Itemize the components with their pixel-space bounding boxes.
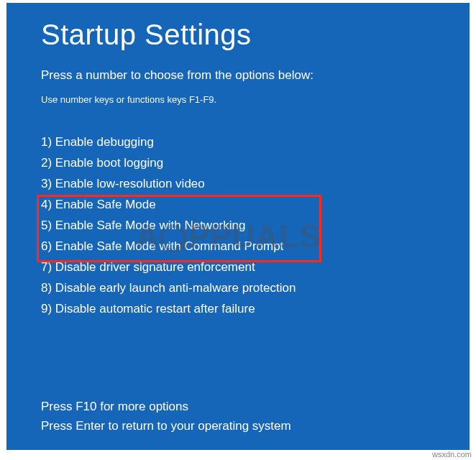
option-number: 7: [41, 260, 47, 274]
option-number: 6: [41, 239, 47, 253]
option-number: 8: [41, 281, 47, 295]
footer-return: Press Enter to return to your operating …: [41, 417, 291, 436]
footer-more-options: Press F10 for more options: [41, 397, 291, 416]
option-label: Enable Safe Mode with Networking: [55, 218, 246, 232]
option-6[interactable]: 6) Enable Safe Mode with Command Prompt: [41, 236, 470, 257]
option-label: Enable low-resolution video: [55, 177, 205, 190]
option-label: Enable Safe Mode with Command Prompt: [55, 239, 284, 253]
option-7[interactable]: 7) Disable driver signature enforcement: [41, 257, 470, 278]
option-label: Enable boot logging: [55, 156, 163, 170]
option-9[interactable]: 9) Disable automatic restart after failu…: [41, 299, 470, 320]
option-number: 1: [41, 135, 47, 149]
option-number: 9: [41, 302, 47, 316]
option-number: 2: [41, 156, 47, 170]
option-number: 3: [41, 177, 47, 190]
option-5[interactable]: 5) Enable Safe Mode with Networking: [41, 216, 470, 236]
option-1[interactable]: 1) Enable debugging: [41, 132, 470, 153]
option-2[interactable]: 2) Enable boot logging: [41, 153, 470, 174]
option-number: 4: [41, 198, 47, 211]
option-8[interactable]: 8) Disable early launch anti-malware pro…: [41, 278, 470, 299]
option-label: Enable debugging: [55, 135, 154, 149]
footer: Press F10 for more options Press Enter t…: [41, 397, 291, 436]
option-number: 5: [41, 218, 47, 232]
options-list: 1) Enable debugging 2) Enable boot loggi…: [41, 132, 470, 320]
startup-settings-screen: Startup Settings Press a number to choos…: [6, 3, 470, 450]
option-label: Disable driver signature enforcement: [55, 260, 255, 274]
option-3[interactable]: 3) Enable low-resolution video: [41, 174, 470, 195]
subtitle: Press a number to choose from the option…: [41, 68, 470, 83]
option-4[interactable]: 4) Enable Safe Mode: [41, 195, 470, 216]
option-label: Disable automatic restart after failure: [55, 302, 255, 316]
attribution: wsxdn.com: [432, 450, 472, 459]
option-label: Disable early launch anti-malware protec…: [55, 281, 296, 295]
hint-text: Use number keys or functions keys F1-F9.: [41, 94, 470, 105]
page-title: Startup Settings: [41, 19, 470, 51]
option-label: Enable Safe Mode: [55, 198, 156, 211]
